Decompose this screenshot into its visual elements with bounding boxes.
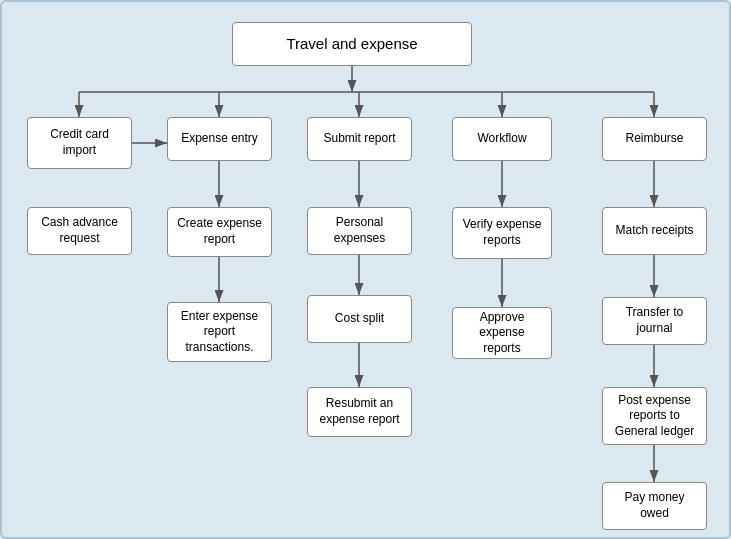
resubmit-expense-report-node: Resubmit an expense report <box>307 387 412 437</box>
enter-expense-transactions-node: Enter expense report transactions. <box>167 302 272 362</box>
personal-expenses-node: Personal expenses <box>307 207 412 255</box>
transfer-to-journal-node: Transfer to journal <box>602 297 707 345</box>
reimburse-node: Reimburse <box>602 117 707 161</box>
workflow-node: Workflow <box>452 117 552 161</box>
expense-entry-node: Expense entry <box>167 117 272 161</box>
diagram-container: Travel and expense Credit card import Ca… <box>0 0 731 539</box>
submit-report-node: Submit report <box>307 117 412 161</box>
title-node: Travel and expense <box>232 22 472 66</box>
credit-card-import-node: Credit card import <box>27 117 132 169</box>
pay-money-owed-node: Pay money owed <box>602 482 707 530</box>
approve-expense-reports-node: Approve expense reports <box>452 307 552 359</box>
verify-expense-reports-node: Verify expense reports <box>452 207 552 259</box>
post-expense-reports-node: Post expense reports to General ledger <box>602 387 707 445</box>
match-receipts-node: Match receipts <box>602 207 707 255</box>
cost-split-node: Cost split <box>307 295 412 343</box>
create-expense-report-node: Create expense report <box>167 207 272 257</box>
arrows-svg <box>12 12 719 527</box>
diagram: Travel and expense Credit card import Ca… <box>12 12 719 527</box>
cash-advance-request-node: Cash advance request <box>27 207 132 255</box>
